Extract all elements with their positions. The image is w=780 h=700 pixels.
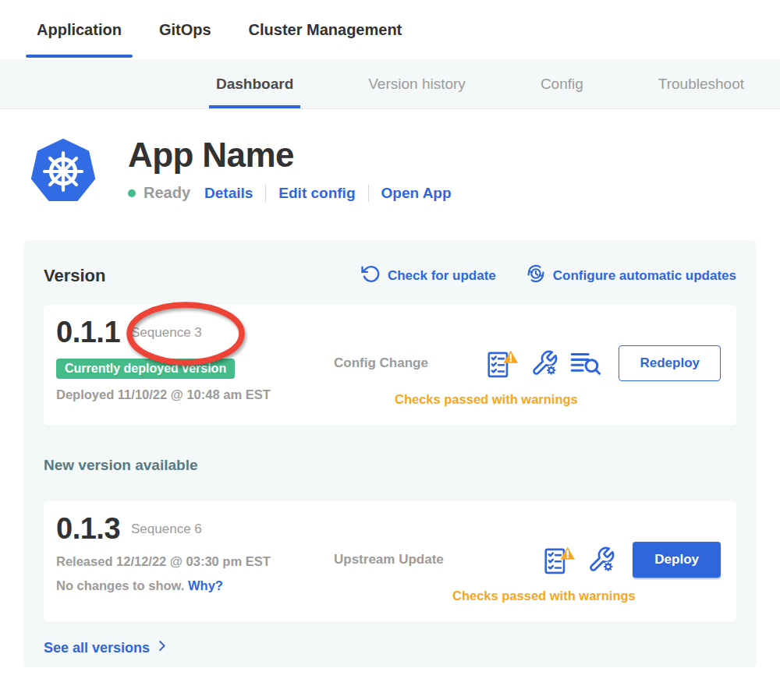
current-version-sequence: Sequence 3 xyxy=(131,325,202,341)
version-card-header: Version Check for update xyxy=(44,263,736,288)
subnav-dashboard[interactable]: Dashboard xyxy=(209,59,300,108)
version-action-icons xyxy=(487,349,601,378)
status-dot-icon xyxy=(128,189,136,197)
current-version-actions: Config Change xyxy=(334,316,721,426)
subnav-config[interactable]: Config xyxy=(534,59,590,108)
app-title: App Name xyxy=(128,136,452,175)
no-changes-line: No changes to show. Why? xyxy=(56,578,334,593)
primary-nav: Application GitOps Cluster Management xyxy=(0,0,780,59)
chevron-right-icon xyxy=(154,638,169,657)
redeploy-button[interactable]: Redeploy xyxy=(619,345,721,381)
kubernetes-logo-icon xyxy=(27,133,99,210)
current-version-number: 0.1.1 xyxy=(56,316,120,349)
currently-deployed-badge: Currently deployed version xyxy=(56,359,235,379)
deploy-button[interactable]: Deploy xyxy=(633,542,721,578)
why-link[interactable]: Why? xyxy=(188,578,223,592)
tab-gitops[interactable]: GitOps xyxy=(148,0,222,59)
subnav-troubleshoot[interactable]: Troubleshoot xyxy=(651,59,751,108)
divider xyxy=(265,185,266,202)
version-dashboard-card: Version Check for update xyxy=(23,240,757,667)
see-all-versions-label: See all versions xyxy=(44,640,150,656)
app-info: App Name Ready Details Edit config Open … xyxy=(128,133,452,210)
new-version-available-heading: New version available xyxy=(44,457,736,474)
released-timestamp: Released 12/12/22 @ 03:30 pm EST xyxy=(56,554,334,569)
app-header: App Name Ready Details Edit config Open … xyxy=(0,109,780,210)
app-status-row: Ready Details Edit config Open App xyxy=(128,184,452,202)
deployed-timestamp: Deployed 11/10/22 @ 10:48 am EST xyxy=(56,387,334,402)
new-version-number: 0.1.3 xyxy=(56,512,120,546)
new-version-card: 0.1.3 Sequence 6 Released 12/12/22 @ 03:… xyxy=(44,501,736,622)
check-for-update-link[interactable]: Check for update xyxy=(361,264,496,288)
preflight-checks-status: Checks passed with warnings xyxy=(395,392,721,407)
preflight-checks-status: Checks passed with warnings xyxy=(452,589,721,603)
subnav-version-history[interactable]: Version history xyxy=(361,59,473,108)
no-changes-text: No changes to show. xyxy=(56,578,184,592)
version-heading: Version xyxy=(44,266,361,286)
kots-admin-console: { "top_nav": { "items": [ { "label": "Ap… xyxy=(0,0,780,700)
version-source-label: Config Change xyxy=(334,355,428,371)
app-subnav: Dashboard Version history Config Trouble… xyxy=(0,59,780,109)
version-action-icons xyxy=(544,546,615,574)
view-files-icon[interactable] xyxy=(570,350,601,377)
edit-config-icon[interactable] xyxy=(530,349,558,377)
open-app-link[interactable]: Open App xyxy=(381,185,452,202)
refresh-icon xyxy=(361,264,381,288)
edit-config-icon[interactable] xyxy=(587,546,615,574)
details-link[interactable]: Details xyxy=(204,185,253,202)
app-status: Ready xyxy=(144,184,190,202)
tab-cluster-management[interactable]: Cluster Management xyxy=(238,0,413,59)
edit-config-link[interactable]: Edit config xyxy=(278,185,355,202)
preflight-checks-icon[interactable] xyxy=(544,546,576,574)
new-version-actions: Upstream Update xyxy=(334,512,721,622)
tab-application[interactable]: Application xyxy=(26,0,133,59)
check-for-update-label: Check for update xyxy=(388,268,496,284)
new-version-sequence: Sequence 6 xyxy=(131,521,202,537)
see-all-versions-link[interactable]: See all versions xyxy=(44,638,169,657)
preflight-checks-icon[interactable] xyxy=(487,349,519,378)
configure-automatic-updates-link[interactable]: Configure automatic updates xyxy=(526,263,736,288)
divider xyxy=(368,185,369,202)
new-version-info: 0.1.3 Sequence 6 Released 12/12/22 @ 03:… xyxy=(56,512,334,622)
version-source-label: Upstream Update xyxy=(334,552,444,567)
current-version-info: 0.1.1 Sequence 3 Currently deployed vers… xyxy=(56,316,334,426)
configure-automatic-updates-label: Configure automatic updates xyxy=(553,268,736,284)
clock-refresh-icon xyxy=(526,263,546,288)
current-version-card: 0.1.1 Sequence 3 Currently deployed vers… xyxy=(44,305,736,426)
